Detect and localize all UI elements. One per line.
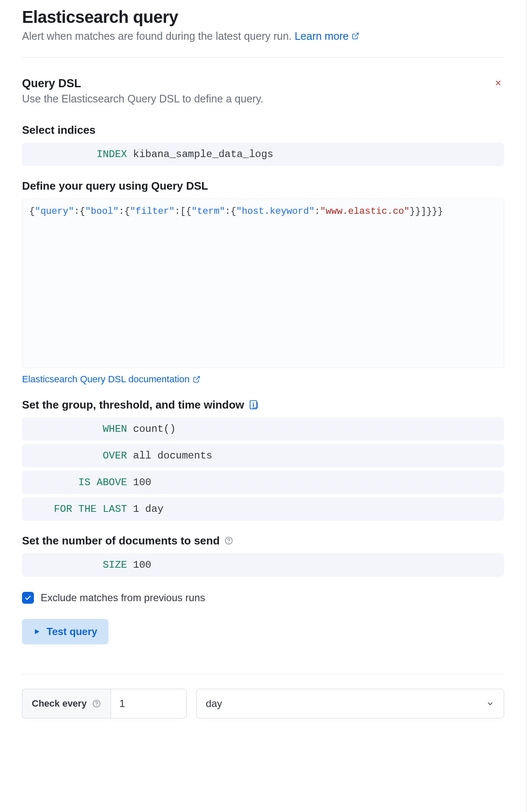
define-query-heading: Define your query using Query DSL [22,180,504,193]
threshold-info-icon[interactable] [248,399,259,410]
chevron-down-icon [486,699,494,708]
threshold-keyword: OVER [30,450,127,461]
threshold-keyword: FOR THE LAST [30,503,127,515]
threshold-value: count() [133,423,176,435]
divider [22,674,504,674]
threshold-value: all documents [133,450,212,461]
threshold-expression[interactable]: IS ABOVE100 [22,471,504,494]
threshold-expression[interactable]: OVERall documents [22,444,504,467]
svg-line-0 [355,33,358,36]
query-dsl-subtitle: Use the Elasticsearch Query DSL to defin… [22,93,264,105]
size-heading: Set the number of documents to send [22,534,504,547]
divider [22,57,504,58]
page-title: Elasticsearch query [22,8,504,27]
query-dsl-title: Query DSL [22,77,264,90]
close-icon [494,79,502,87]
index-keyword: INDEX [30,149,127,160]
threshold-heading: Set the group, threshold, and time windo… [22,398,504,412]
size-value: 100 [133,559,151,571]
external-link-icon [352,32,359,40]
size-keyword: SIZE [30,559,127,571]
query-dsl-editor[interactable]: {"query":{"bool":{"filter":[{"term":{"ho… [22,199,504,368]
query-dsl-doc-link[interactable]: Elasticsearch Query DSL documentation [22,374,200,385]
test-query-button[interactable]: Test query [22,619,108,644]
threshold-keyword: WHEN [30,423,127,435]
check-every-label: Check every [22,689,111,718]
svg-line-3 [196,376,200,380]
check-every-value-input[interactable] [111,689,187,718]
play-icon [33,628,41,635]
select-indices-heading: Select indices [22,124,504,137]
index-value: kibana_sample_data_logs [133,149,273,160]
learn-more-link[interactable]: Learn more [294,30,359,42]
page-subtitle-text: Alert when matches are found during the … [22,30,294,42]
threshold-expression[interactable]: WHENcount() [22,417,504,441]
external-link-icon [193,376,200,383]
close-button[interactable] [492,77,504,90]
check-icon [24,594,32,602]
form-scroll-area[interactable]: Elasticsearch query Alert when matches a… [0,0,526,812]
check-every-help-icon[interactable] [92,699,101,708]
svg-marker-9 [35,629,40,634]
threshold-expression[interactable]: FOR THE LAST1 day [22,497,504,521]
threshold-keyword: IS ABOVE [30,477,127,488]
page-subtitle: Alert when matches are found during the … [22,29,504,44]
index-expression[interactable]: INDEX kibana_sample_data_logs [22,143,504,166]
threshold-value: 1 day [133,503,164,515]
exclude-label: Exclude matches from previous runs [41,592,205,604]
size-help-icon[interactable] [224,536,233,545]
check-every-unit-select[interactable]: day [196,689,504,718]
threshold-value: 100 [133,477,151,488]
exclude-checkbox[interactable] [22,592,34,604]
size-expression[interactable]: SIZE 100 [22,553,504,577]
